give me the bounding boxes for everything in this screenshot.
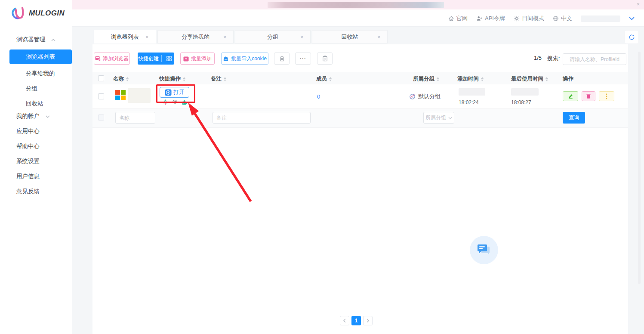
row-checkbox[interactable] — [98, 93, 104, 99]
members-count-link[interactable]: 0 — [317, 93, 320, 100]
sidebar-item-app-center[interactable]: 应用中心 — [16, 127, 40, 135]
sort-icon[interactable] — [545, 77, 548, 81]
open-button-label: 打开 — [174, 89, 185, 96]
support-chat-button[interactable] — [470, 236, 498, 264]
trash-icon — [586, 93, 591, 99]
sort-icon[interactable] — [224, 77, 226, 81]
sidebar-item-recycle-bin[interactable]: 回收站 — [26, 100, 43, 108]
column-header-last-used[interactable]: 最后使用时间 — [511, 75, 548, 83]
group-name: 默认分组 — [418, 93, 441, 100]
query-button[interactable]: 查询 — [563, 112, 585, 124]
sort-icon[interactable] — [183, 77, 185, 81]
filter-checkbox — [98, 114, 104, 121]
mulogin-logo-icon — [11, 6, 25, 21]
sidebar-group-my-account[interactable]: 我的帐户 — [16, 112, 50, 120]
column-header-remark[interactable]: 备注 — [211, 75, 226, 83]
profile-name-redacted — [128, 88, 151, 103]
sidebar-group-browser-mgmt[interactable]: 浏览器管理 — [16, 36, 55, 43]
sidebar-item-user-info[interactable]: 用户信息 — [16, 173, 40, 180]
tab-label: 浏览器列表 — [111, 33, 139, 41]
filter-name-input[interactable] — [115, 112, 155, 124]
batch-add-icon — [183, 56, 189, 62]
group-cell: 默认分组 — [409, 93, 441, 100]
search-input[interactable] — [569, 56, 637, 63]
sort-icon[interactable] — [437, 77, 439, 81]
tab-close-icon[interactable]: × — [378, 34, 380, 40]
banner-close-icon[interactable]: × — [637, 1, 640, 8]
nav-official-site[interactable]: 官网 — [448, 15, 468, 22]
refresh-tabs-button[interactable] — [625, 31, 638, 43]
chevron-down-icon — [46, 113, 50, 119]
nav-api-token[interactable]: API令牌 — [476, 15, 505, 22]
search-box[interactable] — [563, 53, 626, 65]
nav-language[interactable]: 中文 — [553, 15, 572, 22]
tab-close-icon[interactable]: × — [146, 34, 148, 40]
edit-profile-button[interactable] — [563, 91, 578, 101]
batch-import-cookie-label: 批量导入cookie — [231, 55, 267, 62]
chevron-up-icon — [51, 36, 55, 43]
tab-close-icon[interactable]: × — [224, 34, 226, 40]
batch-add-label: 批量添加 — [191, 55, 212, 62]
open-browser-button[interactable]: 打开 — [160, 87, 189, 98]
username-redacted[interactable] — [581, 15, 620, 22]
sidebar-item-browser-list[interactable]: 浏览器列表 — [9, 49, 72, 64]
copy-profiles-button[interactable] — [317, 53, 333, 65]
column-header-added-time[interactable]: 添加时间 — [457, 75, 484, 83]
prev-page-button[interactable] — [340, 316, 349, 325]
sidebar-item-label: 浏览器列表 — [26, 53, 55, 61]
browser-icon — [165, 89, 172, 96]
sidebar-item-shared-with-me[interactable]: 分享给我的 — [26, 70, 55, 77]
quick-create-button[interactable]: 快捷创建 — [138, 53, 174, 65]
column-label: 成员 — [316, 75, 327, 83]
page-number-current[interactable]: 1 — [351, 316, 361, 325]
user-menu-chevron-down-icon[interactable] — [629, 17, 635, 21]
chevron-right-icon — [366, 319, 370, 323]
add-browser-icon — [95, 56, 101, 61]
column-header-group[interactable]: 所属分组 — [413, 75, 439, 83]
filter-remark-input[interactable] — [213, 112, 311, 124]
sidebar-item-groups[interactable]: 分组 — [26, 85, 37, 93]
next-page-button[interactable] — [363, 316, 373, 325]
row-more-button[interactable] — [599, 91, 614, 101]
column-header-members[interactable]: 成员 — [316, 75, 332, 83]
nav-api-token-label: API令牌 — [485, 15, 505, 22]
nav-day-mode[interactable]: 日间模式 — [514, 15, 544, 22]
scrollbar-thumb[interactable] — [638, 52, 641, 284]
column-label: 名称 — [113, 75, 124, 83]
sidebar-item-system-settings[interactable]: 系统设置 — [16, 158, 40, 165]
delete-profile-button[interactable] — [582, 91, 595, 101]
sidebar-group-label: 我的帐户 — [16, 113, 40, 119]
delete-selected-button[interactable] — [274, 53, 290, 65]
batch-add-button[interactable]: 批量添加 — [180, 53, 215, 65]
windows-os-icon — [115, 90, 126, 100]
filter-group-select[interactable]: 所属分组 — [423, 112, 454, 124]
quick-create-grid-icon[interactable] — [164, 56, 174, 61]
sort-icon[interactable] — [329, 77, 332, 81]
column-header-quick-action[interactable]: 快捷操作 — [159, 75, 185, 83]
tab-close-icon[interactable]: × — [301, 34, 303, 40]
sidebar-item-feedback[interactable]: 意见反馈 — [16, 188, 40, 195]
tab-recycle-bin[interactable]: 回收站 × — [312, 30, 388, 43]
batch-import-cookie-button[interactable]: 批量导入cookie — [221, 53, 268, 65]
rocket-icon[interactable] — [162, 99, 169, 105]
column-header-name[interactable]: 名称 — [113, 75, 129, 83]
more-actions-button[interactable]: ··· — [295, 53, 311, 65]
add-browser-button[interactable]: 添加浏览器 — [94, 53, 130, 65]
vertical-dots-icon — [606, 93, 607, 99]
column-label: 最后使用时间 — [511, 75, 543, 83]
sort-icon[interactable] — [481, 77, 484, 81]
brand-name: MULOGIN — [29, 9, 65, 18]
sort-icon[interactable] — [126, 77, 129, 81]
sidebar-item-help-center[interactable]: 帮助中心 — [16, 142, 40, 150]
tab-browser-list[interactable]: 浏览器列表 × — [94, 30, 156, 43]
filter-group-placeholder: 所属分组 — [425, 114, 446, 121]
app-root: × MULOGIN 官网 API令牌 — [0, 0, 644, 334]
tab-groups[interactable]: 分组 × — [235, 30, 311, 43]
select-all-checkbox[interactable] — [98, 75, 104, 81]
fingerprint-icon[interactable] — [172, 99, 178, 105]
nav-language-label: 中文 — [561, 15, 572, 22]
tab-shared-with-me[interactable]: 分享给我的 × — [157, 30, 234, 43]
extension-puzzle-icon[interactable] — [181, 99, 188, 105]
last-used-date-redacted — [511, 88, 539, 96]
added-time: 18:02:24 — [459, 99, 479, 105]
